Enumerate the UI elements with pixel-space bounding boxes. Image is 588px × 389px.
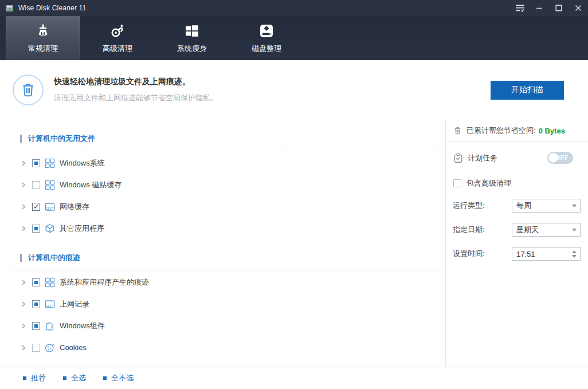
tree-item-label: 系统和应用程序产生的痕迹 [60, 277, 149, 288]
section-header-traces: 计算机中的痕迹 [20, 252, 445, 264]
saved-space-row: 已累计帮您节省空间: 0 Bytes [446, 120, 588, 142]
header-subtitle: 清理无用文件和上网痕迹能够节省空间保护隐私。 [54, 93, 218, 103]
checkbox-windows-tile-cache[interactable] [32, 181, 40, 189]
chevron-right-icon[interactable] [20, 160, 27, 167]
run-type-select[interactable]: 每周 [512, 199, 581, 213]
select-all-link[interactable]: 全选 [63, 373, 86, 383]
section-header-junk-files: 计算机中的无用文件 [20, 133, 445, 144]
tree-item-label: Windows 磁贴缓存 [60, 180, 121, 190]
scheduled-task-row: 计划任务 OFF [446, 152, 588, 164]
dashed-separator [11, 151, 440, 151]
dropdown-arrow-icon [572, 229, 577, 231]
scheduled-task-toggle[interactable]: OFF [547, 152, 573, 164]
checkbox-cookies[interactable] [32, 344, 40, 352]
header-text-block: 快速轻松地清理垃圾文件及上网痕迹。 清理无用文件和上网痕迹能够节省空间保护隐私。 [54, 77, 218, 103]
chevron-right-icon[interactable] [20, 225, 27, 232]
set-time-spinner[interactable]: 17:51 [512, 247, 581, 261]
footer-link-label: 全选 [71, 373, 86, 383]
advanced-clean-icon [109, 22, 126, 40]
tree-item-label: 网络缓存 [60, 202, 89, 212]
specified-day-label: 指定日期: [453, 225, 485, 235]
chevron-right-icon[interactable] [20, 182, 27, 188]
page-header: 快速轻松地清理垃圾文件及上网痕迹。 清理无用文件和上网痕迹能够节省空间保护隐私。… [0, 60, 588, 120]
chevron-right-icon[interactable] [20, 279, 27, 286]
select-none-link[interactable]: 全不选 [103, 373, 134, 383]
maximize-button[interactable] [549, 0, 569, 16]
trash-small-icon [453, 126, 462, 135]
checkbox-other-apps[interactable] [32, 225, 40, 233]
dashed-separator [11, 270, 440, 270]
window-title: Wise Disk Cleaner 11 [18, 4, 86, 12]
tab-label-disk-defrag: 磁盘整理 [252, 44, 281, 54]
spinner-arrows [572, 250, 577, 258]
main-nav: 常规清理 高级清理 系统瘦身 [0, 16, 588, 60]
scheduled-task-label: 计划任务 [468, 153, 497, 163]
run-type-row: 运行类型: 每周 [446, 199, 588, 213]
set-time-row: 设置时间: 17:51 [446, 247, 588, 261]
browser-window-icon [45, 202, 55, 212]
menu-icon[interactable] [510, 0, 530, 16]
tab-disk-defrag[interactable]: 磁盘整理 [229, 16, 304, 60]
tab-label-advanced-cleaner: 高级清理 [103, 44, 132, 54]
set-time-label: 设置时间: [453, 249, 485, 259]
tree-row-browsing-history[interactable]: 上网记录 [20, 294, 445, 314]
header-title: 快速轻松地清理垃圾文件及上网痕迹。 [54, 77, 218, 87]
tree-row-windows-system[interactable]: Windows系统 [20, 153, 445, 173]
tree-row-cookies[interactable]: Cookies [20, 337, 445, 357]
chevron-right-icon[interactable] [20, 323, 27, 329]
tab-advanced-cleaner[interactable]: 高级清理 [80, 16, 155, 60]
saved-space-value: 0 Bytes [539, 127, 565, 135]
wise-disk-cleaner-window: Wise Disk Cleaner 11 [0, 0, 588, 389]
specified-day-select[interactable]: 星期天 [512, 223, 581, 237]
tab-label-common-cleaner: 常规清理 [28, 44, 58, 54]
scheduled-task-icon [453, 153, 463, 163]
settings-sidebar: 已累计帮您节省空间: 0 Bytes 计划任务 OFF 包含高级清理 [446, 120, 588, 367]
tree-row-other-apps[interactable]: 其它应用程序 [20, 218, 445, 238]
chevron-right-icon[interactable] [20, 344, 27, 351]
tree-item-label: 其它应用程序 [60, 223, 104, 234]
chevron-right-icon[interactable] [20, 203, 27, 210]
run-type-value: 每周 [516, 201, 572, 211]
tree-item-label: Cookies [60, 343, 87, 352]
tree-row-system-app-traces[interactable]: 系统和应用程序产生的痕迹 [20, 272, 445, 292]
close-button[interactable] [569, 0, 588, 16]
checkbox-include-advanced[interactable] [453, 179, 461, 187]
chevron-right-icon[interactable] [20, 301, 27, 308]
checkbox-windows-system[interactable] [32, 159, 40, 167]
cleanup-tree-pane: 计算机中的无用文件 Windows系统 [0, 120, 446, 367]
checkbox-system-app-traces[interactable] [32, 278, 40, 286]
set-time-value: 17:51 [516, 250, 572, 258]
section-title: 计算机中的无用文件 [28, 133, 95, 144]
checkbox-browsing-history[interactable] [32, 300, 40, 308]
trash-circle-badge [13, 74, 44, 105]
windows-tiles-icon [45, 277, 55, 288]
checkbox-network-cache[interactable] [32, 203, 40, 211]
cookie-icon [45, 343, 55, 353]
app-logo-icon [5, 4, 14, 13]
specified-day-value: 星期天 [516, 225, 572, 235]
titlebar[interactable]: Wise Disk Cleaner 11 [0, 0, 588, 16]
browser-window-icon [45, 299, 55, 309]
spinner-down-icon[interactable] [572, 255, 577, 258]
include-advanced-row[interactable]: 包含高级清理 [446, 178, 588, 188]
toggle-state-text: OFF [555, 154, 569, 161]
tree-row-network-cache[interactable]: 网络缓存 [20, 197, 445, 217]
tree-row-windows-components[interactable]: Windows组件 [20, 316, 445, 336]
start-scan-button[interactable]: 开始扫描 [491, 81, 564, 100]
tab-common-cleaner[interactable]: 常规清理 [6, 16, 80, 60]
bullet-square-icon [23, 376, 26, 380]
section-title: 计算机中的痕迹 [28, 253, 80, 263]
checkbox-windows-components[interactable] [32, 322, 40, 330]
footer-bar: 推荐 全选 全不选 [0, 367, 588, 389]
dropdown-arrow-icon [572, 205, 577, 207]
recommend-link[interactable]: 推荐 [23, 373, 46, 383]
broom-icon [35, 22, 51, 40]
minimize-button[interactable] [530, 0, 549, 16]
windows-logo-icon [184, 22, 200, 40]
spinner-up-icon[interactable] [572, 250, 577, 253]
bullet-square-icon [63, 376, 66, 380]
tab-system-slimming[interactable]: 系统瘦身 [155, 16, 229, 60]
windows-tiles-icon [45, 180, 55, 190]
section-accent-bar [20, 135, 22, 143]
tree-row-windows-tile-cache[interactable]: Windows 磁贴缓存 [20, 175, 445, 195]
